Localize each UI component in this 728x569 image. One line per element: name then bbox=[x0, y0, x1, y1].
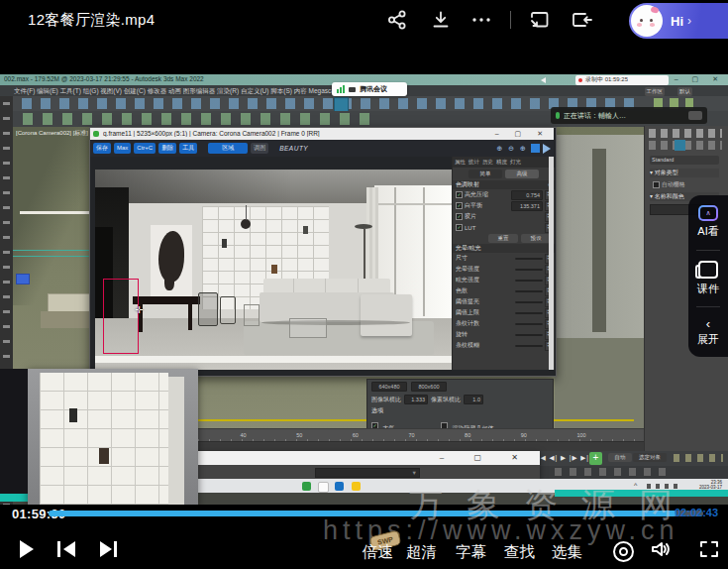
fullscreen-icon[interactable] bbox=[698, 539, 720, 559]
speaker-icon bbox=[541, 77, 546, 83]
taskbar-app-blue bbox=[335, 482, 344, 491]
tone-check-3: ✓ bbox=[456, 224, 463, 231]
duration-time: 02:02:43 bbox=[675, 507, 718, 518]
vfb-delete-button: 删除 bbox=[158, 143, 176, 154]
panel-divider bbox=[696, 250, 720, 251]
preset-640: 640x480 bbox=[371, 382, 407, 392]
tone-buttons-row: 重置 预设 bbox=[453, 233, 555, 244]
bloom-label-7: 旋转 bbox=[456, 330, 495, 339]
previous-button[interactable] bbox=[57, 541, 79, 557]
render-dining-table bbox=[133, 296, 200, 304]
subtitles-button[interactable]: 字幕 bbox=[456, 542, 486, 563]
bloom-row-7: 旋转▲▼ bbox=[453, 329, 555, 340]
video-title: 12客餐厅渲染.mp4 bbox=[28, 11, 155, 30]
account-button[interactable]: Hi › bbox=[629, 3, 728, 39]
command-panel-active-tab bbox=[675, 140, 685, 151]
keyset-icons bbox=[555, 468, 674, 476]
bloom-value-7 bbox=[515, 334, 543, 336]
side-feature-panel: ∧ AI看 课件 ‹ 展开 bbox=[688, 195, 728, 357]
avatar bbox=[631, 5, 663, 37]
shelf-unit bbox=[40, 373, 168, 505]
viewport-door-frame bbox=[592, 149, 606, 332]
vfb-region-tab: 区域 bbox=[208, 143, 248, 154]
bloom-value-0 bbox=[515, 258, 543, 260]
bloom-row-4: 阈值提亮▲▼ bbox=[453, 296, 555, 307]
vfb-advanced-button: 高级 bbox=[505, 170, 539, 178]
vfb-max-button: Max bbox=[114, 143, 131, 154]
episodes-button[interactable]: 选集 bbox=[552, 542, 582, 563]
bloom-label-6: 条纹计数 bbox=[456, 319, 495, 328]
max-window-buttons: – ▢ ✕ bbox=[675, 75, 724, 83]
courseware-label: 课件 bbox=[697, 282, 719, 296]
vfb-toolbar: 保存 Max Ctr+C 删除 工具 区域 调图 BEAUTY ⊕ ⊖ ⊕ bbox=[90, 140, 554, 157]
render-shelf-item3 bbox=[303, 226, 308, 234]
speed-button[interactable]: 倍速 bbox=[363, 542, 393, 563]
meeting-pill: 腾讯会议 bbox=[332, 82, 407, 96]
next-button[interactable] bbox=[100, 541, 122, 557]
mini-window-icon[interactable] bbox=[570, 9, 595, 31]
toolbar-icons-row bbox=[3, 98, 637, 109]
options-header: 选项 bbox=[367, 405, 553, 416]
output-size-row: 640x480 800x600 bbox=[367, 380, 553, 394]
progress-track[interactable] bbox=[49, 511, 703, 516]
bloom-row-0: 尺寸▲▼ bbox=[453, 253, 555, 264]
tone-row-1: ✓ 白平衡 135.371▲▼ bbox=[453, 200, 555, 211]
tone-reset-button: 重置 bbox=[488, 234, 518, 243]
render-image: ✛ bbox=[95, 170, 452, 370]
command-panel-subtabs bbox=[649, 141, 722, 150]
render-sofa-shadow bbox=[261, 320, 410, 325]
move-cursor: ✛ bbox=[135, 304, 143, 315]
render-window-mullion2 bbox=[423, 187, 425, 316]
taskbar-app-green bbox=[302, 482, 311, 491]
bloom-value-1 bbox=[515, 269, 543, 271]
download-icon[interactable] bbox=[430, 9, 452, 31]
vfb-color-swatch bbox=[531, 144, 540, 153]
vfb-bloom-header-row: 光晕/眩光 bbox=[453, 244, 555, 253]
chevron-left-icon: ‹ bbox=[697, 318, 719, 330]
ai-view-button[interactable]: ∧ AI看 bbox=[697, 205, 718, 239]
play-button[interactable] bbox=[20, 540, 34, 558]
share-icon[interactable] bbox=[386, 9, 408, 31]
tone-label-1: 白平衡 bbox=[465, 201, 500, 210]
autogrid-label: 自动栅格 bbox=[662, 181, 685, 187]
bloom-row-6: 条纹计数▲▼ bbox=[453, 318, 555, 329]
selected-filter-dropdown: 选定对象 bbox=[633, 453, 667, 462]
tone-row-0: ✓ 高光压缩 0.754▲▼ bbox=[453, 189, 555, 200]
expand-button[interactable]: ‹ 展开 bbox=[697, 318, 719, 347]
toolbar-active-tool bbox=[334, 97, 349, 112]
next-triangle bbox=[100, 541, 112, 557]
bloom-row-3: 色散▲▼ bbox=[453, 285, 555, 296]
vfb-simple-button: 简单 bbox=[468, 170, 502, 178]
image-aspect-label: 图像纵横比 bbox=[371, 396, 401, 404]
vfb-zoom-icons: ⊕ ⊖ ⊕ bbox=[497, 145, 529, 153]
tone-value-1: 135.371 bbox=[511, 201, 543, 211]
tone-value-0: 0.754 bbox=[511, 190, 543, 200]
signal-bars-icon bbox=[337, 85, 345, 93]
avatar-cheek-right bbox=[650, 23, 655, 27]
courseware-button[interactable]: 课件 bbox=[697, 261, 719, 296]
topbar-divider bbox=[510, 11, 511, 29]
bloom-value-2 bbox=[515, 280, 543, 282]
video-content[interactable]: 002.max - 179.52M @ 2023-03-17 21:29:55 … bbox=[0, 74, 728, 505]
settings-icon[interactable] bbox=[613, 541, 634, 562]
bloom-label-0: 尺寸 bbox=[456, 254, 495, 263]
screenshot-icon[interactable] bbox=[528, 9, 552, 31]
quality-button[interactable]: 超清 bbox=[406, 542, 437, 563]
environment-dialog-titlebar: – ▢ ✕ bbox=[196, 451, 540, 465]
search-button[interactable]: 查找 bbox=[504, 542, 535, 563]
vfb-tab-history: 历史 bbox=[482, 159, 493, 166]
more-icon[interactable] bbox=[468, 9, 494, 31]
volume-icon[interactable] bbox=[649, 539, 673, 559]
viewport-gizmo bbox=[16, 274, 30, 284]
bloom-label-2: 眩光强度 bbox=[456, 276, 495, 284]
corona-icon bbox=[93, 131, 99, 137]
render-pendant-cord bbox=[246, 205, 247, 220]
render-window-mullion-h bbox=[376, 203, 452, 205]
next-bar bbox=[114, 541, 117, 557]
vfb-adjust-tab: 调图 bbox=[251, 143, 268, 154]
vfb-bloom-header: 光晕/眩光 bbox=[456, 244, 481, 253]
autogrid-check bbox=[653, 181, 660, 188]
progress-played bbox=[49, 511, 676, 516]
settings-icon-inner bbox=[619, 547, 628, 556]
render-table-leg2 bbox=[188, 304, 192, 330]
